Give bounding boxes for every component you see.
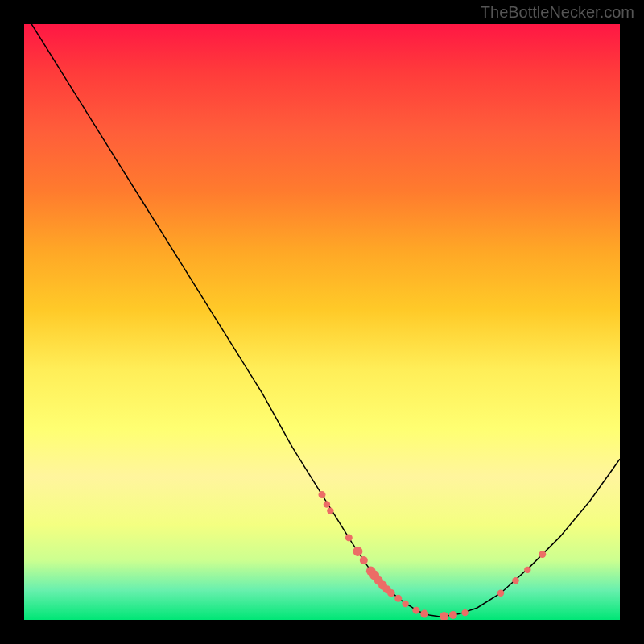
scatter-point [327, 507, 333, 514]
scatter-point [512, 577, 518, 584]
scatter-point [319, 491, 326, 498]
scatter-point [524, 567, 530, 573]
chart-plot-area [24, 24, 620, 620]
scatter-point [449, 611, 457, 619]
scatter-points-group [319, 491, 547, 620]
scatter-point [539, 551, 546, 558]
scatter-point [345, 534, 353, 541]
scatter-point [402, 601, 408, 607]
scatter-point [497, 590, 504, 597]
watermark-text: TheBottleNecker.com [481, 3, 634, 22]
chart-svg [24, 24, 620, 620]
scatter-point [324, 501, 330, 507]
scatter-point [420, 610, 428, 618]
scatter-point [461, 609, 468, 616]
bottleneck-curve-line [24, 24, 620, 617]
scatter-point [440, 612, 448, 620]
scatter-point [412, 607, 419, 614]
scatter-point [353, 547, 362, 556]
scatter-point [387, 589, 395, 597]
scatter-point [394, 595, 402, 602]
scatter-point [360, 556, 368, 564]
